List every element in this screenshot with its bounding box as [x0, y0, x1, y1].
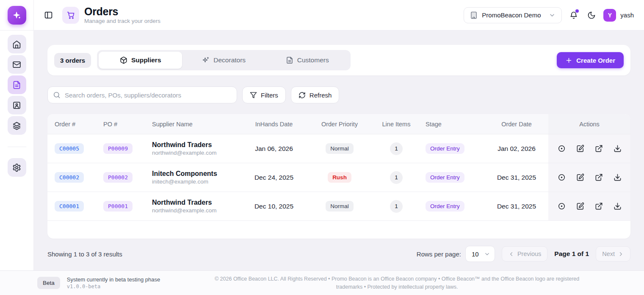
eye-icon — [558, 173, 566, 181]
open-order-button[interactable] — [591, 170, 606, 185]
page-subtitle: Manage and track your orders — [84, 18, 160, 24]
footer: Beta System currently in beta testing ph… — [0, 270, 644, 295]
column-header-order: Order # — [47, 114, 96, 134]
top-bar: Orders Manage and track your orders Prom… — [0, 0, 644, 31]
notifications-button[interactable] — [568, 9, 580, 21]
sidebar-item-settings[interactable] — [8, 158, 26, 177]
column-header-actions: Actions — [548, 114, 630, 134]
copyright-text: © 2026 Office Beacon LLC. All Rights Res… — [160, 275, 634, 290]
edit-order-button[interactable] — [573, 142, 587, 156]
external-link-icon — [595, 202, 603, 210]
open-order-button[interactable] — [591, 142, 606, 156]
rows-per-page-value: 10 — [472, 250, 479, 258]
priority-badge: Normal — [326, 143, 354, 154]
orders-page-icon — [62, 7, 79, 24]
eye-icon — [558, 202, 566, 210]
view-order-button[interactable] — [554, 142, 569, 156]
file-icon — [286, 56, 293, 64]
sidebar-item-mail[interactable] — [8, 55, 26, 74]
beta-texts: System currently in beta testing phase v… — [67, 276, 160, 289]
sidebar-item-orders[interactable] — [8, 75, 26, 94]
sparkles-icon — [202, 56, 210, 64]
filter-icon — [250, 92, 257, 99]
user-name: yash — [620, 11, 634, 19]
sidebar-item-contacts[interactable] — [8, 96, 26, 114]
line-items-count: 1 — [390, 200, 403, 213]
table-row: C00001 P00001 Northwind Traders northwin… — [47, 192, 630, 221]
download-icon — [614, 145, 622, 153]
po-number-badge[interactable]: P00001 — [103, 201, 133, 212]
tab-label: Suppliers — [131, 56, 161, 64]
column-header-po: PO # — [96, 114, 145, 134]
order-number-badge[interactable]: C00005 — [55, 143, 84, 154]
next-page-button[interactable]: Next — [596, 246, 630, 262]
sidebar-item-home[interactable] — [8, 35, 26, 53]
rows-per-page-label: Rows per page: — [417, 250, 461, 258]
table-row: C00005 P00009 Northwind Traders northwin… — [47, 134, 630, 163]
rows-per-page-select[interactable]: 10 — [465, 246, 495, 262]
stage-badge: Order Entry — [426, 143, 464, 154]
edit-order-button[interactable] — [573, 199, 587, 214]
line-items-count: 1 — [390, 171, 403, 184]
po-number-badge[interactable]: P00002 — [103, 172, 133, 183]
order-number-badge[interactable]: C00002 — [55, 172, 84, 183]
tab-suppliers[interactable]: Suppliers — [99, 52, 182, 69]
column-header-supplier: Supplier Name — [145, 114, 240, 134]
table-header: Order # PO # Supplier Name InHands Date … — [47, 114, 630, 134]
edit-order-button[interactable] — [573, 170, 587, 185]
pagination-controls: Rows per page: 10 Previous Page 1 of 1 N… — [417, 246, 630, 262]
create-order-button[interactable]: Create Order — [557, 52, 624, 68]
chevron-down-icon — [549, 12, 556, 19]
view-order-button[interactable] — [554, 170, 569, 185]
filters-button[interactable]: Filters — [242, 86, 286, 103]
sidebar-item-layers[interactable] — [8, 116, 26, 135]
user-avatar[interactable]: Y — [603, 9, 616, 22]
tab-label: Decorators — [213, 56, 246, 64]
download-order-button[interactable] — [610, 170, 625, 185]
tab-group: Suppliers Decorators Customers — [97, 50, 351, 70]
org-selector-value: PromoBeacon Demo — [482, 11, 541, 19]
order-number-badge[interactable]: C00001 — [55, 201, 84, 212]
main-content: 3 orders Suppliers Decorators Customers — [34, 31, 644, 270]
page-title: Orders — [84, 6, 160, 17]
previous-page-button[interactable]: Previous — [502, 246, 547, 262]
gear-icon — [12, 163, 21, 172]
column-header-orderdate: Order Date — [485, 114, 548, 134]
previous-label: Previous — [517, 250, 541, 257]
search-wrap — [47, 86, 237, 103]
orders-table: Order # PO # Supplier Name InHands Date … — [47, 114, 630, 239]
mail-icon — [12, 60, 21, 69]
document-icon — [12, 81, 21, 89]
open-order-button[interactable] — [591, 199, 606, 214]
table-body: C00005 P00009 Northwind Traders northwin… — [47, 134, 630, 221]
create-order-label: Create Order — [576, 57, 615, 64]
refresh-button[interactable]: Refresh — [291, 86, 340, 103]
inhands-date: Dec 24, 2025 — [240, 163, 308, 192]
edit-icon — [576, 145, 584, 153]
download-order-button[interactable] — [610, 142, 625, 156]
column-header-inhands: InHands Date — [240, 114, 308, 134]
column-header-lineitems: Line Items — [371, 114, 421, 134]
po-number-badge[interactable]: P00009 — [103, 143, 133, 154]
download-order-button[interactable] — [610, 199, 625, 214]
page-title-block: Orders Manage and track your orders — [84, 6, 160, 24]
beta-badge: Beta — [37, 277, 60, 289]
tab-customers[interactable]: Customers — [265, 52, 349, 69]
pagination: Showing 1 to 3 of 3 results Rows per pag… — [47, 246, 630, 262]
priority-badge: Rush — [328, 172, 351, 183]
search-input[interactable] — [47, 86, 237, 103]
sidebar-toggle-button[interactable] — [44, 11, 53, 19]
dark-mode-toggle[interactable] — [586, 9, 597, 21]
org-selector[interactable]: PromoBeacon Demo — [464, 7, 562, 23]
search-icon — [53, 91, 61, 99]
notification-dot — [575, 9, 579, 13]
line-items-count: 1 — [390, 142, 403, 155]
table-row: C00002 P00002 Initech Components initech… — [47, 163, 630, 192]
tab-decorators[interactable]: Decorators — [182, 52, 265, 69]
moon-icon — [587, 11, 596, 19]
download-icon — [614, 173, 622, 181]
refresh-icon — [299, 92, 306, 99]
app-logo[interactable] — [8, 6, 26, 25]
filters-label: Filters — [261, 92, 278, 99]
view-order-button[interactable] — [554, 199, 569, 214]
